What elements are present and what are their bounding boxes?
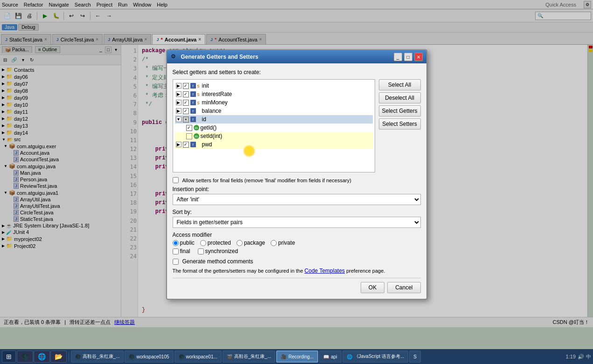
generate-comments-row: Generate method comments	[173, 258, 421, 265]
field-balance-label: balance	[202, 108, 222, 114]
radio-private[interactable]	[271, 240, 277, 246]
tray-network: 🔊	[578, 354, 584, 360]
footer-text: The format of the getters/setters may be…	[173, 268, 303, 274]
field-id-row[interactable]: ▼ ▪ f s id	[175, 115, 373, 124]
radio-private-text: private	[278, 240, 295, 246]
field-icon-pwd: f	[190, 142, 196, 147]
method-setid-row[interactable]: m setId(int)	[175, 132, 373, 140]
field-icon-balance: f	[190, 108, 196, 114]
field-minmoney-row[interactable]: ▶ ✓ f s minMoney	[175, 98, 373, 107]
radio-public[interactable]	[173, 240, 179, 246]
dialog-title-bar: ⚙ Generate Getters and Setters _ □ ✕	[167, 50, 426, 63]
field-balance-row[interactable]: ▶ ✓ f s balance	[175, 107, 373, 115]
insertion-point-label: Insertion point:	[173, 186, 421, 192]
dialog-minimize-btn[interactable]: _	[394, 53, 402, 61]
taskbar-label-2: workspace0105	[136, 354, 169, 359]
synchronized-checkbox[interactable]	[198, 248, 204, 254]
fields-tree-panel[interactable]: ▶ ✓ f s init ▶ ✓ f s interestRate	[173, 79, 375, 172]
deselect-all-button[interactable]: Deselect All	[379, 92, 421, 103]
expand-pwd[interactable]: ▶	[176, 142, 181, 147]
method-getid-row[interactable]: ✓ m getId()	[175, 124, 373, 132]
system-tray: 1:19 🔊 中	[566, 353, 591, 360]
static-modifier-ir: s	[197, 92, 200, 97]
select-setters-button[interactable]: Select Setters	[379, 118, 421, 130]
check-init[interactable]: ✓	[183, 83, 189, 89]
taskbar-start-btn[interactable]: ⊞	[2, 350, 16, 363]
check-id[interactable]: ▪	[183, 117, 189, 123]
radio-package-text: package	[244, 240, 265, 246]
sort-by-select[interactable]: Fields in getter/setter pairs Fields fir…	[173, 217, 421, 228]
field-icon-interestrate: f	[190, 91, 196, 97]
select-all-button[interactable]: Select All	[379, 79, 421, 90]
expand-init[interactable]: ▶	[176, 83, 181, 89]
code-templates-link[interactable]: Code Templates	[305, 268, 345, 274]
sort-by-section: Sort by: Fields in getter/setter pairs F…	[173, 209, 421, 228]
expand-interestrate[interactable]: ▶	[176, 91, 181, 97]
allow-final-setters-checkbox[interactable]	[173, 177, 179, 183]
static-modifier-mm: s	[197, 100, 200, 105]
final-check-label[interactable]: final	[173, 248, 190, 254]
check-interestrate[interactable]: ✓	[183, 91, 189, 97]
taskbar-item-3[interactable]: 🌑 workspace01...	[174, 350, 222, 363]
dialog-controls: _ □ ✕	[394, 53, 423, 61]
taskbar-icon-4: 🎬	[227, 354, 232, 359]
radio-public-label[interactable]: public	[173, 240, 195, 246]
cancel-button[interactable]: Cancel	[387, 282, 420, 293]
taskbar: ⊞ 🌑 🌐 📂 🌑 高鞋谷_朱红康_... 🌑 workspace0105 🌑 …	[0, 349, 593, 364]
insertion-point-select[interactable]: After 'init' At end of class At beginnin…	[173, 194, 421, 205]
taskbar-folder-btn[interactable]: 📂	[50, 350, 67, 363]
taskbar-item-1[interactable]: 🌑 高鞋谷_朱红康_...	[71, 350, 124, 363]
taskbar-eclipse-btn[interactable]: 🌑	[17, 350, 33, 363]
dialog-close-btn[interactable]: ✕	[414, 53, 423, 61]
taskbar-item-7[interactable]: S	[409, 350, 421, 363]
access-modifier-radios: public protected package private	[173, 240, 421, 246]
allow-final-setters-label: Allow setters for final fields (remove '…	[182, 178, 351, 183]
access-modifier-label: Access modifier	[173, 232, 421, 238]
synchronized-check-label[interactable]: synchronized	[198, 248, 238, 254]
check-balance[interactable]: ✓	[183, 108, 189, 114]
check-getid[interactable]: ✓	[186, 125, 192, 131]
final-checkbox[interactable]	[173, 248, 179, 254]
taskbar-item-2[interactable]: 🌑 workspace0105	[125, 350, 173, 363]
taskbar-label-4: 高鞋谷_朱红康_...	[234, 353, 271, 360]
expand-minmoney[interactable]: ▶	[176, 100, 181, 105]
expand-id[interactable]: ▼	[176, 117, 181, 122]
check-setid[interactable]	[186, 133, 192, 139]
field-init-label: init	[202, 82, 209, 89]
check-minmoney[interactable]: ✓	[183, 100, 189, 106]
field-interestrate-row[interactable]: ▶ ✓ f s interestRate	[175, 90, 373, 98]
expand-balance[interactable]: ▶	[176, 108, 181, 114]
final-label-text: final	[180, 248, 190, 254]
dialog-instruction: Select getters and setters to create:	[173, 69, 421, 76]
dialog-maximize-btn[interactable]: □	[404, 53, 412, 61]
taskbar-icon-2: 🌑	[129, 354, 134, 359]
taskbar-label-6: 《JavaScript 语言参考...	[354, 353, 405, 360]
taskbar-chrome-btn[interactable]: 🌐	[34, 350, 50, 363]
tray-battery: 中	[586, 353, 591, 360]
field-init-row[interactable]: ▶ ✓ f s init	[175, 82, 373, 90]
taskbar-icon-1: 🌑	[75, 354, 81, 359]
footer-text2: preference page.	[346, 268, 385, 274]
tray-time: 1:19	[566, 354, 576, 359]
select-getters-button[interactable]: Select Getters	[379, 105, 421, 117]
taskbar-item-5[interactable]: 📖 api	[319, 350, 341, 363]
generate-comments-checkbox[interactable]	[173, 259, 179, 265]
radio-package[interactable]	[237, 240, 243, 246]
taskbar-item-6[interactable]: 🌐 《JavaScript 语言参考...	[342, 350, 409, 363]
method-getid-label: getId()	[201, 124, 217, 131]
ok-button[interactable]: OK	[361, 282, 384, 293]
synchronized-label-text: synchronized	[205, 248, 238, 254]
modifiers-row: final synchronized	[173, 248, 421, 254]
radio-protected[interactable]	[200, 240, 206, 246]
check-pwd[interactable]: ✓	[183, 142, 189, 148]
taskbar-item-recording[interactable]: 🎥 Recording...	[276, 350, 318, 363]
field-pwd-row[interactable]: ▶ ✓ f s pwd	[175, 140, 373, 149]
radio-protected-label[interactable]: protected	[200, 240, 231, 246]
getters-setters-dialog: ⚙ Generate Getters and Setters _ □ ✕ Sel…	[166, 49, 427, 300]
dialog-title-icon: ⚙	[171, 53, 178, 61]
sort-by-label: Sort by:	[173, 209, 421, 215]
taskbar-item-4[interactable]: 🎬 高鞋谷_朱红康_...	[223, 350, 275, 363]
radio-package-label[interactable]: package	[237, 240, 265, 246]
radio-protected-text: protected	[208, 240, 231, 246]
radio-private-label[interactable]: private	[271, 240, 295, 246]
